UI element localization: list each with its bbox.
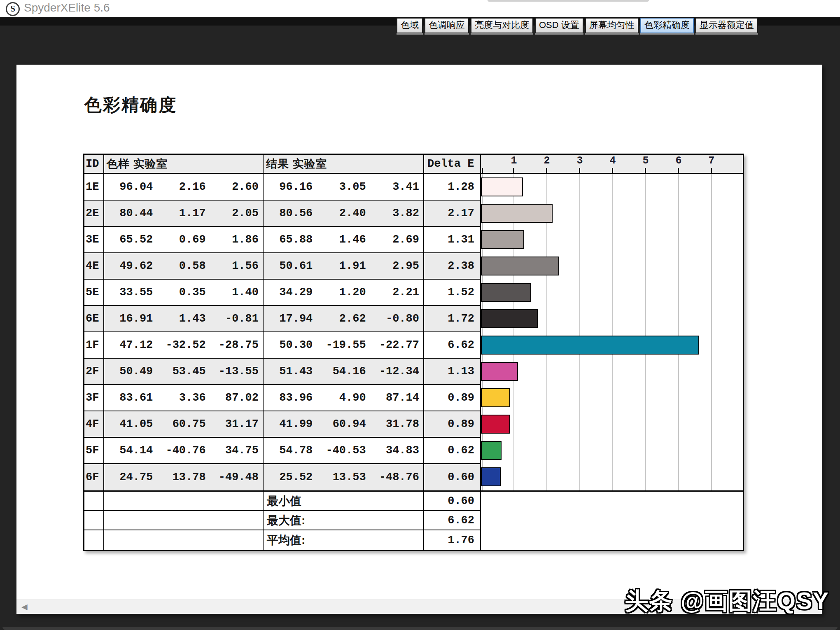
- delta-e-chart-cell: [481, 227, 743, 253]
- lab-value: 34.75: [210, 444, 263, 457]
- app-title: SpyderXElite 5.6: [24, 1, 110, 14]
- row-id: 1F: [84, 332, 104, 359]
- lab-value: 51.43: [264, 365, 317, 378]
- col-header-result: 结果 实验室: [264, 155, 424, 173]
- delta-e-bar: [481, 336, 699, 355]
- row-id: 5F: [84, 438, 104, 464]
- tab-6-selected[interactable]: 色彩精确度: [640, 18, 694, 33]
- summary-empty-sample: [104, 511, 264, 530]
- col-header-delta: Delta E: [424, 155, 481, 173]
- lab-value: 1.86: [210, 233, 263, 246]
- delta-e-chart-cell: [481, 411, 743, 438]
- lab-value: -13.55: [210, 365, 263, 378]
- lab-value: 1.40: [210, 286, 263, 299]
- summary-chart-empty: [481, 530, 743, 550]
- lab-value: 41.05: [104, 418, 157, 430]
- lab-value: 24.75: [104, 471, 157, 483]
- scale-header: 1234567: [481, 155, 743, 173]
- lab-value: 3.41: [370, 181, 423, 193]
- lab-value: 49.62: [104, 260, 157, 272]
- lab-value: 2.95: [370, 260, 423, 272]
- tab-5[interactable]: 屏幕均匀性: [585, 18, 639, 33]
- scroll-left-arrow-icon[interactable]: ◀: [21, 602, 28, 611]
- tab-4[interactable]: OSD 设置: [535, 18, 583, 33]
- delta-e-chart-cell: [481, 201, 743, 227]
- lab-value: -28.75: [210, 339, 263, 351]
- app-logo-icon: S: [6, 2, 20, 16]
- sample-lab-cell: 80.441.172.05: [104, 201, 264, 227]
- delta-e-value: 0.89: [424, 411, 481, 438]
- table-row: 4F41.0560.7531.1741.9960.9431.780.89: [84, 411, 743, 438]
- scale-tick-label: 5: [629, 155, 662, 167]
- summary-empty-sample: [104, 492, 264, 511]
- lab-value: 2.69: [370, 233, 423, 246]
- watermark: 头条 @画图汪QSY: [625, 586, 829, 617]
- table-row: 3F83.613.3687.0283.964.9087.140.89: [84, 385, 743, 411]
- lab-value: 3.36: [157, 392, 210, 404]
- lab-value: 2.40: [317, 207, 370, 219]
- delta-e-value: 1.31: [424, 227, 481, 253]
- accuracy-table: ID 色样 实验室 结果 实验室 Delta E 1234567 1E96.04…: [83, 154, 744, 551]
- row-id: 2E: [84, 201, 104, 227]
- summary-row: 平均值:1.76: [84, 530, 743, 550]
- lab-value: -12.34: [370, 365, 423, 378]
- tab-2[interactable]: 色调响应: [425, 18, 469, 33]
- tab-1[interactable]: 色域: [397, 18, 423, 33]
- tab-3[interactable]: 亮度与对比度: [471, 18, 533, 33]
- table-row: 2F50.4953.45-13.5551.4354.16-12.341.13: [84, 359, 743, 385]
- summary-empty-id: [84, 530, 104, 550]
- window-bottom-edge: [2, 627, 838, 630]
- delta-e-value: 1.72: [424, 306, 481, 332]
- lab-value: 1.43: [157, 313, 210, 325]
- result-lab-cell: 80.562.403.82: [264, 201, 424, 227]
- lab-value: 60.75: [157, 418, 210, 430]
- table-row: 1E96.042.162.6096.163.053.411.28: [84, 174, 743, 201]
- lab-value: 4.90: [317, 392, 370, 404]
- scale-tick-label: 3: [563, 155, 596, 167]
- delta-e-chart-cell: [481, 253, 743, 280]
- lab-value: 34.83: [370, 444, 423, 457]
- lab-value: 17.94: [264, 313, 317, 325]
- row-id: 3F: [84, 385, 104, 411]
- result-lab-cell: 96.163.053.41: [264, 174, 424, 201]
- table-row: 6E16.911.43-0.8117.942.62-0.801.72: [84, 306, 743, 332]
- lab-value: -40.76: [157, 444, 210, 457]
- lab-value: 2.05: [210, 207, 263, 219]
- lab-value: 1.46: [317, 233, 370, 246]
- lab-value: 47.12: [104, 339, 157, 351]
- delta-e-chart-cell: [481, 280, 743, 306]
- delta-e-bar: [481, 467, 501, 486]
- sample-lab-cell: 33.550.351.40: [104, 280, 264, 306]
- lab-value: -19.55: [317, 339, 370, 351]
- col-header-id: ID: [84, 155, 104, 173]
- delta-e-bar: [481, 283, 531, 302]
- summary-row: 最大值:6.62: [84, 511, 743, 530]
- tab-7[interactable]: 显示器额定值: [695, 18, 758, 33]
- lab-value: 87.02: [210, 392, 263, 404]
- summary-empty-sample: [104, 530, 264, 550]
- lab-value: 33.55: [104, 286, 157, 299]
- lab-value: 96.16: [264, 181, 317, 193]
- delta-e-value: 2.17: [424, 201, 481, 227]
- summary-row: 最小值0.60: [84, 492, 743, 511]
- sample-lab-cell: 49.620.581.56: [104, 253, 264, 280]
- lab-value: 2.21: [370, 286, 423, 299]
- table-row: 5E33.550.351.4034.291.202.211.52: [84, 280, 743, 306]
- scale-tick-label: 4: [596, 155, 629, 167]
- lab-value: 1.20: [317, 286, 370, 299]
- scale-tick-label: 7: [695, 155, 728, 167]
- delta-e-bar: [481, 362, 518, 381]
- lab-value: 50.30: [264, 339, 317, 351]
- lab-value: 87.14: [370, 392, 423, 404]
- lab-value: 1.17: [157, 207, 210, 219]
- delta-e-value: 1.52: [424, 280, 481, 306]
- lab-value: 16.91: [104, 313, 157, 325]
- lab-value: -22.77: [370, 339, 423, 351]
- delta-e-value: 0.89: [424, 385, 481, 411]
- lab-value: -32.52: [157, 339, 210, 351]
- scale-tick-label: 2: [530, 155, 563, 167]
- delta-e-bar: [481, 204, 553, 223]
- table-row: 4E49.620.581.5650.611.912.952.38: [84, 253, 743, 280]
- window-frame: 色域色调响应亮度与对比度OSD 设置屏幕均匀性色彩精确度显示器额定值 色彩精确度…: [0, 26, 840, 630]
- table-row: 1F47.12-32.52-28.7550.30-19.55-22.776.62: [84, 332, 743, 359]
